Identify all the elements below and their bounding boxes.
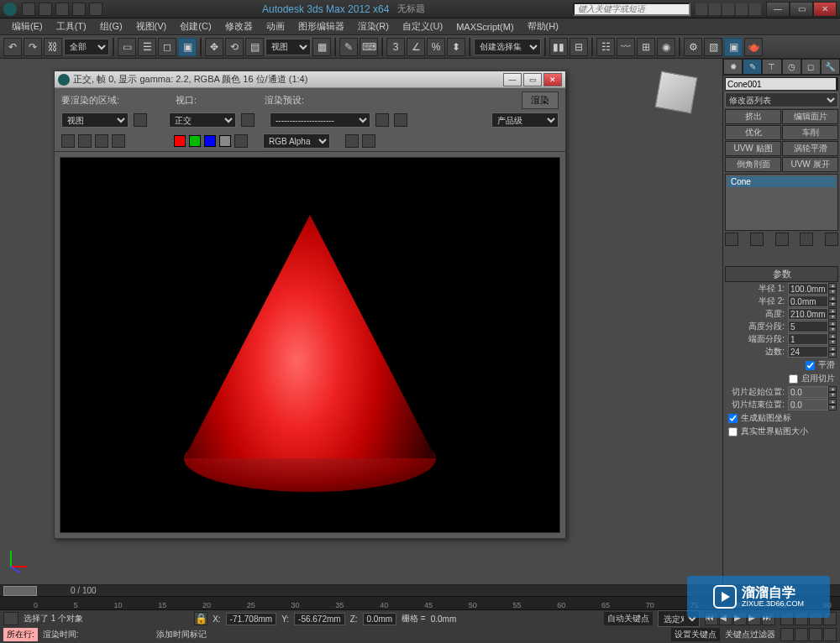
realworld-checkbox[interactable] (728, 427, 738, 437)
stack-remove-icon[interactable] (800, 233, 813, 246)
overlay-icon[interactable] (345, 134, 359, 148)
undo-icon[interactable]: ↶ (3, 38, 22, 56)
coord-z[interactable]: 0.0mm (363, 613, 397, 625)
menu-animation[interactable]: 动画 (260, 18, 291, 34)
teapot-icon[interactable]: 🫖 (744, 38, 763, 56)
toggle-icon[interactable] (362, 134, 375, 148)
mod-editpoly[interactable]: 编辑面片 (782, 109, 838, 124)
production-select[interactable]: 产品级 (491, 112, 559, 128)
select-name-icon[interactable]: ☰ (138, 38, 156, 56)
menu-help[interactable]: 帮助(H) (521, 18, 565, 34)
mono-icon[interactable] (234, 134, 248, 148)
menu-edit[interactable]: 编辑(E) (5, 18, 50, 34)
mod-optimize[interactable]: 优化 (725, 125, 781, 140)
maximize-button[interactable]: ▭ (790, 2, 813, 17)
tab-create-icon[interactable]: ✹ (723, 59, 743, 75)
rw-close-button[interactable]: ✕ (543, 73, 562, 86)
nav-icon[interactable] (823, 628, 837, 641)
lock-selection-icon[interactable]: 🔒 (194, 612, 207, 625)
tab-motion-icon[interactable]: ◷ (782, 59, 801, 75)
info-btn[interactable] (709, 3, 721, 15)
manip-icon[interactable]: ✎ (339, 38, 358, 56)
setkey-button[interactable]: 设置关键点 (671, 628, 720, 641)
menu-rendering[interactable]: 渲染(R) (351, 18, 396, 34)
select-icon[interactable]: ▭ (118, 38, 136, 56)
menu-tools[interactable]: 工具(T) (50, 18, 93, 34)
nav-icon[interactable] (809, 628, 822, 641)
info-btn[interactable] (736, 3, 748, 15)
spinner-snap-icon[interactable]: ⬍ (447, 38, 465, 56)
nav-icon[interactable] (795, 628, 808, 641)
schematic-icon[interactable]: ⊞ (637, 38, 655, 56)
preset-load-icon[interactable] (394, 113, 407, 127)
genmap-checkbox[interactable] (728, 414, 738, 423)
radius2-input[interactable] (788, 295, 828, 307)
tab-hierarchy-icon[interactable]: ⊤ (762, 59, 781, 75)
spinner-down-icon[interactable]: ▾ (828, 289, 837, 295)
coord-x[interactable]: -71.708mm (226, 613, 277, 625)
tab-display-icon[interactable]: ◻ (801, 59, 821, 75)
addmarker-label[interactable]: 添加时间标记 (156, 629, 207, 640)
qat-btn[interactable] (22, 3, 35, 16)
info-btn[interactable] (696, 3, 707, 15)
render-prod-icon[interactable]: ▣ (724, 38, 743, 56)
ref-coord-select[interactable]: 视图 (265, 39, 311, 55)
spinner-up-icon[interactable]: ▴ (828, 283, 837, 289)
print-icon[interactable] (95, 134, 108, 148)
rw-maximize-button[interactable]: ▭ (523, 73, 542, 86)
swatch-red[interactable] (174, 135, 186, 147)
stack-pin-icon[interactable] (725, 233, 738, 246)
hseg-input[interactable] (788, 321, 828, 332)
move-icon[interactable]: ✥ (205, 38, 223, 56)
modifier-list-select[interactable]: 修改器列表 (725, 92, 838, 107)
redo-icon[interactable]: ↷ (24, 38, 42, 56)
qat-btn[interactable] (72, 3, 86, 16)
percent-snap-icon[interactable]: % (427, 38, 445, 56)
selection-filter[interactable]: 全部 (64, 39, 109, 55)
autokey-button[interactable]: 自动关键点 (604, 612, 653, 625)
object-color-swatch[interactable] (837, 77, 838, 91)
render-preset-select[interactable]: --------------------- (270, 112, 370, 128)
rollout-params-header[interactable]: 参数 (725, 266, 838, 282)
viewport-select[interactable]: 正交 (169, 112, 236, 128)
menu-grapheditors[interactable]: 图形编辑器 (291, 18, 351, 34)
lock-icon[interactable] (241, 113, 255, 127)
mod-extrude[interactable]: 挤出 (725, 109, 781, 124)
qat-btn[interactable] (89, 3, 102, 16)
viewcube[interactable] (651, 67, 701, 118)
coord-y[interactable]: -56.672mm (294, 613, 345, 625)
named-selection-set[interactable]: 创建选择集 (474, 39, 541, 55)
mod-lathe[interactable]: 车削 (782, 125, 838, 140)
info-btn[interactable] (722, 3, 734, 15)
sides-input[interactable] (788, 346, 828, 358)
cseg-input[interactable] (788, 333, 828, 345)
clone-icon[interactable] (78, 134, 92, 148)
swatch-blue[interactable] (204, 135, 216, 147)
scale-icon[interactable]: ▤ (245, 38, 264, 56)
mod-turbosmooth[interactable]: 涡轮平滑 (782, 141, 838, 156)
pivot-icon[interactable]: ▦ (312, 38, 331, 56)
select-region-icon[interactable]: ◻ (158, 38, 176, 56)
channel-select[interactable]: RGB Alpha (263, 133, 330, 149)
clear-icon[interactable] (112, 134, 125, 148)
qat-btn[interactable] (55, 3, 69, 16)
minimize-button[interactable]: — (766, 2, 790, 17)
menu-maxscript[interactable]: MAXScript(M) (449, 20, 520, 34)
render-setup-icon[interactable]: ⚙ (684, 38, 702, 56)
mod-uvwmap[interactable]: UVW 贴图 (725, 141, 781, 156)
angle-snap-icon[interactable]: ∠ (407, 38, 425, 56)
maxscript-mini-icon[interactable] (3, 612, 18, 625)
help-search-input[interactable] (573, 3, 690, 16)
region-icon[interactable] (134, 113, 147, 127)
render-button[interactable]: 渲染 (522, 91, 559, 109)
tab-utilities-icon[interactable]: 🔧 (821, 59, 840, 75)
stack-item-cone[interactable]: Cone (727, 176, 836, 187)
smooth-checkbox[interactable] (806, 361, 815, 370)
swatch-alpha[interactable] (219, 135, 231, 147)
time-slider-thumb[interactable] (3, 586, 37, 596)
menu-create[interactable]: 创建(C) (173, 18, 218, 34)
material-editor-icon[interactable]: ◉ (657, 38, 675, 56)
preset-save-icon[interactable] (375, 113, 389, 127)
menu-views[interactable]: 视图(V) (129, 18, 174, 34)
stack-unique-icon[interactable] (775, 233, 789, 246)
